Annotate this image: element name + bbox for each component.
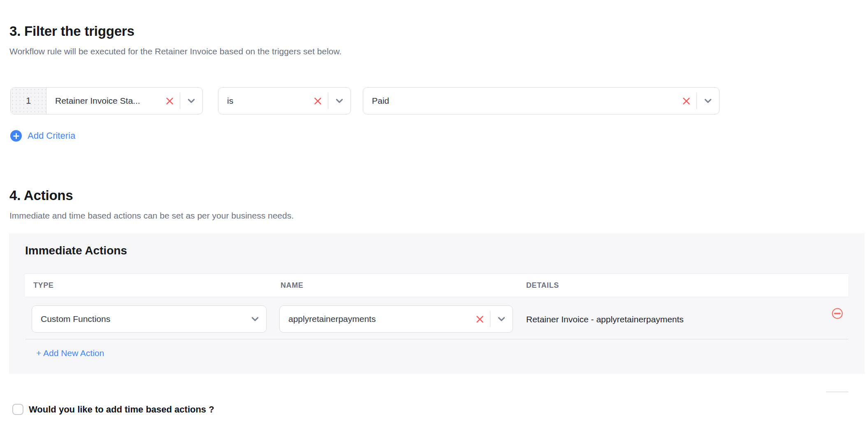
filter-triggers-subtitle: Workflow rule will be executed for the R…: [9, 47, 341, 56]
filter-triggers-heading: 3. Filter the triggers: [9, 23, 135, 39]
add-new-action-button[interactable]: + Add New Action: [36, 348, 104, 358]
criteria-value-text: Paid: [363, 88, 681, 114]
column-header-name: NAME: [281, 274, 303, 297]
add-criteria-button[interactable]: Add Criteria: [10, 130, 75, 142]
actions-table-header: TYPE NAME DETAILS: [25, 273, 848, 297]
action-type-value: Custom Functions: [32, 306, 244, 332]
criteria-field-clear-icon[interactable]: [165, 88, 180, 114]
action-name-value: applyretainerpayments: [280, 306, 475, 332]
action-type-select[interactable]: Custom Functions: [32, 305, 267, 333]
action-name-chevron-down-icon[interactable]: [490, 306, 513, 332]
criteria-value-chevron-down-icon[interactable]: [697, 88, 719, 114]
criteria-field-value: Retainer Invoice Sta...: [46, 88, 165, 114]
criteria-comparator-value: is: [218, 88, 313, 114]
time-based-actions-label: Would you like to add time based actions…: [29, 404, 214, 415]
add-criteria-label: Add Criteria: [28, 130, 75, 141]
criteria-value-select[interactable]: Paid: [363, 87, 719, 114]
criteria-field-select[interactable]: 1 Retainer Invoice Sta...: [10, 87, 203, 114]
column-header-details: DETAILS: [526, 274, 559, 297]
criteria-value-clear-icon[interactable]: [681, 88, 696, 114]
time-based-actions-checkbox[interactable]: [12, 404, 23, 415]
criteria-comparator-chevron-down-icon[interactable]: [328, 88, 350, 114]
minus-circle-icon: [832, 308, 843, 319]
plus-circle-icon: [10, 130, 22, 142]
time-based-actions-row: Would you like to add time based actions…: [12, 404, 214, 415]
immediate-actions-panel: Immediate Actions TYPE NAME DETAILS Cust…: [9, 233, 865, 374]
criteria-index: 1: [11, 88, 46, 114]
criteria-comparator-select[interactable]: is: [218, 87, 351, 114]
actions-heading: 4. Actions: [9, 188, 73, 203]
criteria-row: 1 Retainer Invoice Sta... is Paid: [10, 87, 719, 114]
row-divider: [25, 339, 848, 340]
immediate-actions-title: Immediate Actions: [25, 244, 127, 257]
action-row: Custom Functions applyretainerpayments R…: [9, 297, 865, 339]
action-details-text: Retainer Invoice - applyretainerpayments: [526, 315, 684, 324]
actions-subtitle: Immediate and time based actions can be …: [9, 211, 294, 221]
action-type-chevron-down-icon[interactable]: [244, 306, 266, 332]
column-header-type: TYPE: [33, 274, 53, 297]
action-name-select[interactable]: applyretainerpayments: [279, 305, 513, 333]
action-name-clear-icon[interactable]: [475, 306, 490, 332]
remove-cell-underline: [826, 391, 848, 392]
remove-action-button[interactable]: [832, 308, 843, 320]
criteria-field-chevron-down-icon[interactable]: [180, 88, 202, 114]
criteria-comparator-clear-icon[interactable]: [313, 88, 328, 114]
